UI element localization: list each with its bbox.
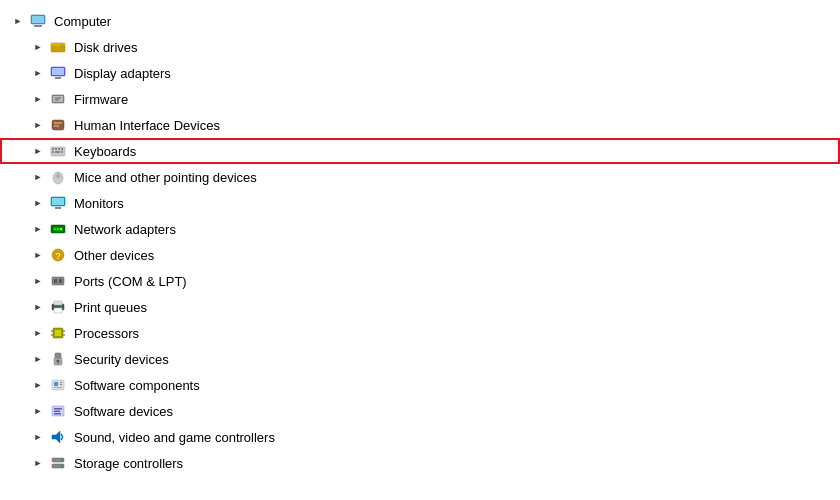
tree-item-monitors[interactable]: ►Monitors bbox=[0, 190, 840, 216]
tree-item-network-adapters[interactable]: ►Network adapters bbox=[0, 216, 840, 242]
tree-item-disk-drives[interactable]: ►Disk drives bbox=[0, 34, 840, 60]
tree-item-security-devices[interactable]: ►Security devices bbox=[0, 346, 840, 372]
item-label: Firmware bbox=[74, 92, 128, 107]
svg-rect-28 bbox=[52, 198, 64, 205]
svg-rect-42 bbox=[54, 308, 62, 313]
expand-chevron[interactable]: ► bbox=[30, 143, 46, 159]
svg-rect-8 bbox=[55, 77, 61, 79]
svg-rect-23 bbox=[61, 151, 63, 153]
expand-chevron[interactable]: ► bbox=[30, 455, 46, 471]
svg-rect-60 bbox=[54, 408, 62, 410]
tree-item-sound[interactable]: ►Sound, video and game controllers bbox=[0, 424, 840, 450]
expand-chevron[interactable]: ► bbox=[30, 39, 46, 55]
svg-point-66 bbox=[61, 459, 63, 461]
expand-chevron[interactable]: ► bbox=[10, 13, 26, 29]
tree-item-display-adapters[interactable]: ►Display adapters bbox=[0, 60, 840, 86]
tree-item-print-queues[interactable]: ►Print queues bbox=[0, 294, 840, 320]
storage-icon bbox=[48, 453, 68, 473]
svg-point-26 bbox=[56, 175, 60, 178]
svg-text:?: ? bbox=[55, 251, 60, 261]
tree-item-storage[interactable]: ►Storage controllers bbox=[0, 450, 840, 476]
tree-item-other-devices[interactable]: ►?Other devices bbox=[0, 242, 840, 268]
tree-item-computer[interactable]: ►Computer bbox=[0, 8, 840, 34]
expand-chevron[interactable]: ► bbox=[30, 273, 46, 289]
expand-chevron[interactable]: ► bbox=[30, 403, 46, 419]
expand-chevron[interactable]: ► bbox=[30, 247, 46, 263]
tree-item-ports[interactable]: ►Ports (COM & LPT) bbox=[0, 268, 840, 294]
processors-icon bbox=[48, 323, 68, 343]
item-label: Display adapters bbox=[74, 66, 171, 81]
expand-chevron[interactable]: ► bbox=[30, 325, 46, 341]
tree-item-firmware[interactable]: ►Firmware bbox=[0, 86, 840, 112]
print-queues-icon bbox=[48, 297, 68, 317]
keyboards-icon bbox=[48, 141, 68, 161]
svg-point-52 bbox=[57, 360, 60, 363]
svg-rect-21 bbox=[52, 151, 54, 153]
expand-chevron[interactable]: ► bbox=[30, 91, 46, 107]
tree-item-software-components[interactable]: ►Software components bbox=[0, 372, 840, 398]
expand-chevron[interactable]: ► bbox=[30, 169, 46, 185]
tree-item-human-interface[interactable]: ►Human Interface Devices bbox=[0, 112, 840, 138]
item-label: Software devices bbox=[74, 404, 173, 419]
expand-chevron[interactable]: ► bbox=[30, 299, 46, 315]
security-devices-icon bbox=[48, 349, 68, 369]
svg-point-32 bbox=[54, 228, 56, 230]
mice-icon bbox=[48, 167, 68, 187]
svg-rect-18 bbox=[55, 148, 57, 150]
svg-rect-41 bbox=[54, 301, 62, 305]
device-manager-tree: ►Computer►Disk drives►Display adapters►F… bbox=[0, 0, 840, 500]
svg-rect-19 bbox=[58, 148, 60, 150]
tree-item-software-devices[interactable]: ►Software devices bbox=[0, 398, 840, 424]
svg-point-34 bbox=[60, 228, 62, 230]
item-label: Keyboards bbox=[74, 144, 136, 159]
human-interface-icon bbox=[48, 115, 68, 135]
expand-chevron[interactable]: ► bbox=[30, 221, 46, 237]
item-label: Ports (COM & LPT) bbox=[74, 274, 187, 289]
expand-chevron[interactable]: ► bbox=[30, 351, 46, 367]
expand-chevron[interactable]: ► bbox=[30, 117, 46, 133]
tree-item-mice[interactable]: ►Mice and other pointing devices bbox=[0, 164, 840, 190]
disk-drives-icon bbox=[48, 37, 68, 57]
svg-rect-57 bbox=[60, 382, 62, 383]
svg-rect-58 bbox=[60, 384, 62, 385]
svg-rect-45 bbox=[55, 330, 61, 336]
svg-rect-14 bbox=[54, 122, 62, 124]
item-label: Print queues bbox=[74, 300, 147, 315]
expand-chevron[interactable]: ► bbox=[30, 65, 46, 81]
software-components-icon bbox=[48, 375, 68, 395]
svg-rect-1 bbox=[34, 25, 42, 27]
svg-rect-39 bbox=[59, 279, 62, 283]
svg-rect-17 bbox=[52, 148, 54, 150]
sound-icon bbox=[48, 427, 68, 447]
item-label: Processors bbox=[74, 326, 139, 341]
software-devices-icon bbox=[48, 401, 68, 421]
svg-rect-4 bbox=[51, 43, 65, 46]
expand-chevron[interactable]: ► bbox=[30, 377, 46, 393]
ports-icon bbox=[48, 271, 68, 291]
expand-chevron[interactable]: ► bbox=[30, 195, 46, 211]
expand-chevron[interactable]: ► bbox=[30, 429, 46, 445]
svg-rect-61 bbox=[54, 411, 60, 413]
item-label: Security devices bbox=[74, 352, 169, 367]
svg-rect-15 bbox=[54, 125, 59, 127]
svg-point-33 bbox=[57, 228, 59, 230]
computer-icon bbox=[28, 11, 48, 31]
display-adapters-icon bbox=[48, 63, 68, 83]
svg-rect-38 bbox=[54, 279, 57, 283]
svg-rect-55 bbox=[54, 382, 58, 386]
item-label: Network adapters bbox=[74, 222, 176, 237]
tree-item-keyboards[interactable]: ►Keyboards bbox=[0, 138, 840, 164]
item-label: Computer bbox=[54, 14, 111, 29]
item-label: Disk drives bbox=[74, 40, 138, 55]
monitors-icon bbox=[48, 193, 68, 213]
item-label: Other devices bbox=[74, 248, 154, 263]
svg-rect-2 bbox=[32, 16, 44, 23]
svg-rect-7 bbox=[52, 68, 64, 75]
item-label: Storage controllers bbox=[74, 456, 183, 471]
item-label: Software components bbox=[74, 378, 200, 393]
svg-marker-63 bbox=[52, 431, 60, 443]
item-label: Mice and other pointing devices bbox=[74, 170, 257, 185]
svg-rect-56 bbox=[54, 387, 62, 388]
item-label: Monitors bbox=[74, 196, 124, 211]
tree-item-processors[interactable]: ►Processors bbox=[0, 320, 840, 346]
